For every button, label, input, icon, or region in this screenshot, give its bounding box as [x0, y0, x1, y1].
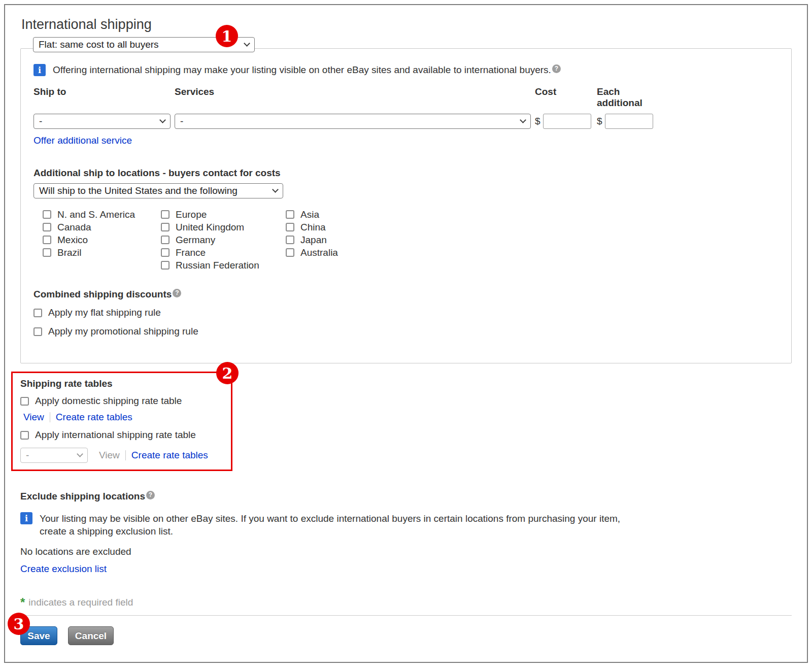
region-checkbox-row[interactable]: Russian Federation [161, 259, 286, 272]
checkbox-unchecked[interactable] [33, 309, 42, 317]
region-checkbox-row[interactable]: China [286, 221, 338, 233]
region-checkbox-row[interactable]: Australia [286, 246, 338, 259]
footer-divider [20, 615, 792, 616]
content-area: International shipping Flat: same cost t… [5, 17, 807, 645]
each-additional-input[interactable] [605, 114, 653, 129]
chevron-down-icon [244, 40, 250, 47]
help-icon[interactable]: ? [146, 491, 155, 499]
checkbox-unchecked[interactable] [286, 223, 294, 231]
checkbox-unchecked[interactable] [161, 261, 170, 270]
region-label: Europe [176, 209, 207, 220]
create-exclusion-list-link[interactable]: Create exclusion list [20, 563, 107, 575]
checkbox-unchecked[interactable] [43, 248, 51, 257]
services-select[interactable]: - [175, 114, 531, 129]
region-checkbox-row[interactable]: Brazil [43, 246, 161, 259]
checkbox-unchecked[interactable] [20, 397, 29, 406]
region-checkbox-row[interactable]: Mexico [43, 233, 161, 246]
checkbox-unchecked[interactable] [286, 210, 294, 219]
shipping-rate-tables-highlight-box: 2 Shipping rate tables Apply domestic sh… [11, 372, 232, 471]
checkbox-unchecked[interactable] [43, 223, 51, 231]
cancel-button[interactable]: Cancel [68, 626, 114, 645]
international-info-banner: i Offering international shipping may ma… [33, 64, 779, 76]
exclude-locations-heading: Exclude shipping locations? [20, 491, 792, 502]
services-header: Services [175, 86, 531, 97]
exclude-info-text: Your listing may be visible on other eBa… [40, 512, 620, 538]
domestic-rate-table-row[interactable]: Apply domestic shipping rate table [20, 395, 231, 407]
cost-input[interactable] [543, 114, 591, 129]
intl-rate-table-select[interactable]: - [20, 448, 88, 463]
region-label: N. and S. America [57, 209, 135, 220]
chevron-down-icon [77, 451, 83, 457]
create-rate-tables-link[interactable]: Create rate tables [56, 412, 132, 423]
region-column-europe: Europe United Kingdom Germany France Rus… [161, 208, 286, 272]
service-grid: Ship to Services Cost Each additional - … [33, 86, 779, 129]
region-checkbox-row[interactable]: United Kingdom [161, 221, 286, 233]
region-label: Australia [300, 247, 338, 258]
ship-to-select[interactable]: - [33, 114, 171, 129]
checkbox-unchecked[interactable] [161, 210, 170, 219]
region-label: Canada [57, 222, 91, 233]
checkbox-unchecked[interactable] [33, 327, 42, 336]
ship-to-header: Ship to [33, 86, 171, 97]
exclude-info-line2: create a shipping exclusion list. [40, 525, 620, 538]
checkbox-unchecked[interactable] [161, 248, 170, 257]
checkbox-unchecked[interactable] [286, 248, 294, 257]
checkbox-unchecked[interactable] [43, 236, 51, 244]
additional-locations-heading: Additional ship to locations - buyers co… [33, 168, 779, 179]
required-note-text: indicates a required field [28, 596, 133, 609]
additional-locations-select[interactable]: Will ship to the United States and the f… [33, 183, 283, 198]
shipping-type-value: Flat: same cost to all buyers [39, 39, 159, 50]
region-checkbox-row[interactable]: Japan [286, 233, 338, 246]
checkbox-unchecked[interactable] [43, 210, 51, 219]
create-intl-rate-tables-link[interactable]: Create rate tables [131, 450, 208, 461]
excluded-locations-status: No locations are excluded [20, 546, 792, 557]
region-label: Japan [300, 235, 327, 246]
combined-discounts-heading: Combined shipping discounts? [33, 289, 779, 300]
exclude-locations-heading-text: Exclude shipping locations [20, 491, 145, 501]
region-column-americas: N. and S. America Canada Mexico Brazil [43, 208, 161, 272]
view-rate-table-link[interactable]: View [23, 412, 44, 423]
required-field-note: * indicates a required field [20, 596, 792, 609]
region-checkbox-row[interactable]: France [161, 246, 286, 259]
step-3-badge: 3 [8, 613, 30, 635]
region-label: China [300, 222, 326, 233]
checkbox-unchecked[interactable] [161, 223, 170, 231]
help-icon[interactable]: ? [173, 289, 181, 297]
international-rate-table-row[interactable]: Apply international shipping rate table [20, 429, 231, 441]
region-checkbox-row[interactable]: Europe [161, 208, 286, 221]
currency-symbol: $ [597, 116, 602, 127]
checkbox-unchecked[interactable] [20, 431, 29, 440]
services-value: - [180, 116, 183, 127]
flat-shipping-rule-label: Apply my flat shipping rule [48, 307, 161, 318]
international-rate-select-row: - View Create rate tables [20, 448, 231, 463]
region-label: United Kingdom [176, 222, 244, 233]
info-icon: i [33, 64, 46, 76]
international-shipping-fieldset: i Offering international shipping may ma… [20, 48, 792, 363]
region-label: Mexico [57, 235, 88, 246]
international-rate-table-label: Apply international shipping rate table [35, 429, 196, 441]
cost-header: Cost [535, 86, 593, 97]
info-icon: i [20, 512, 32, 524]
region-label: France [176, 247, 206, 258]
domestic-rate-table-label: Apply domestic shipping rate table [35, 395, 182, 407]
checkbox-unchecked[interactable] [161, 236, 170, 244]
each-additional-header: Each additional [597, 86, 658, 109]
info-banner-line: Offering international shipping may make… [53, 64, 551, 75]
region-label: Germany [176, 235, 215, 246]
link-separator [50, 412, 50, 422]
region-checkbox-row[interactable]: N. and S. America [43, 208, 161, 221]
promotional-shipping-rule-row[interactable]: Apply my promotional shipping rule [33, 325, 779, 338]
domestic-rate-links: View Create rate tables [23, 411, 231, 423]
region-checkbox-row[interactable]: Canada [43, 221, 161, 233]
exclude-info-line1: Your listing may be visible on other eBa… [40, 512, 620, 525]
currency-symbol: $ [535, 116, 540, 127]
help-icon[interactable]: ? [552, 64, 561, 73]
region-checkbox-row[interactable]: Germany [161, 233, 286, 246]
flat-shipping-rule-row[interactable]: Apply my flat shipping rule [33, 307, 779, 319]
offer-additional-service-link[interactable]: Offer additional service [33, 135, 132, 146]
region-checkbox-row[interactable]: Asia [286, 208, 338, 221]
region-label: Brazil [57, 247, 82, 258]
checkbox-unchecked[interactable] [286, 236, 294, 244]
view-intl-rate-table-link-disabled: View [99, 450, 120, 461]
chevron-down-icon [272, 186, 279, 193]
